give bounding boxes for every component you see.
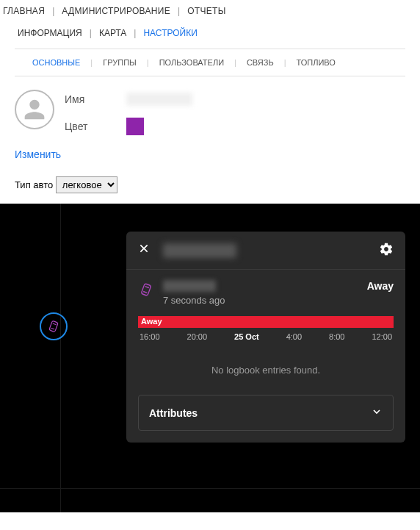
no-entries-message: No logbook entries found.: [138, 353, 394, 392]
tick: 8:00: [329, 332, 344, 341]
sub-nav-settings[interactable]: НАСТРОЙКИ: [140, 28, 200, 38]
tabs: ОСНОВНЫЕ | ГРУППЫ | ПОЛЬЗОВАТЕЛИ | СВЯЗЬ…: [15, 49, 405, 76]
vehicle-row: 7 seconds ago Away: [138, 280, 394, 306]
form-area: Имя Цвет: [0, 76, 420, 143]
separator: |: [277, 58, 294, 67]
color-label: Цвет: [65, 121, 116, 132]
separator: |: [140, 58, 156, 67]
tab-connection[interactable]: СВЯЗЬ: [244, 58, 277, 67]
tick-date: 25 Oct: [234, 332, 259, 341]
vehicle-time: 7 seconds ago: [163, 295, 358, 306]
map-vehicle-pin[interactable]: [40, 312, 68, 340]
tab-groups[interactable]: ГРУППЫ: [100, 58, 140, 67]
separator: |: [48, 6, 59, 16]
panel-header: [126, 232, 405, 270]
vehicle-name: [163, 280, 216, 292]
panel-title: [163, 243, 236, 258]
svg-line-2: [51, 328, 55, 329]
close-button[interactable]: [138, 243, 150, 258]
svg-rect-5: [141, 284, 151, 296]
top-nav-main[interactable]: ГЛАВНАЯ: [0, 6, 48, 16]
timeline-bar: Away: [138, 316, 394, 328]
car-type-row: Тип авто легковое: [0, 171, 420, 204]
svg-line-1: [53, 323, 57, 325]
gear-icon: [379, 242, 394, 257]
color-swatch[interactable]: [126, 118, 144, 135]
sub-nav: ИНФОРМАЦИЯ | КАРТА | НАСТРОЙКИ: [0, 22, 420, 44]
svg-line-6: [145, 287, 149, 288]
name-value: [126, 93, 192, 106]
name-row: Имя: [65, 93, 192, 106]
car-type-label: Тип авто: [15, 179, 53, 190]
separator: |: [173, 6, 184, 16]
car-icon: [136, 279, 156, 300]
separator: |: [227, 58, 244, 67]
top-nav-reports[interactable]: ОТЧЕТЫ: [184, 6, 228, 16]
timeline[interactable]: Away 16:00 20:00 25 Oct 4:00 8:00 12:00: [138, 316, 394, 348]
vehicle-status: Away: [367, 280, 394, 292]
sub-nav-info[interactable]: ИНФОРМАЦИЯ: [15, 28, 85, 38]
tab-main[interactable]: ОСНОВНЫЕ: [29, 58, 83, 67]
attributes-label: Attributes: [149, 407, 198, 419]
separator: |: [83, 58, 100, 67]
tick: 20:00: [187, 332, 208, 341]
tick: 4:00: [286, 332, 302, 341]
separator: |: [129, 28, 140, 38]
vehicle-icon: [138, 282, 154, 300]
car-type-select[interactable]: легковое: [56, 176, 117, 193]
chevron-down-icon: [371, 406, 383, 420]
map-area[interactable]: 7 seconds ago Away Away 16:00 20:00 25 O…: [0, 204, 420, 512]
tab-users[interactable]: ПОЛЬЗОВАТЕЛИ: [156, 58, 227, 67]
attributes-expander[interactable]: Attributes: [138, 395, 394, 431]
separator: |: [85, 28, 96, 38]
svg-rect-0: [49, 320, 58, 332]
tick: 12:00: [372, 332, 392, 341]
timeline-ticks: 16:00 20:00 25 Oct 4:00 8:00 12:00: [138, 328, 394, 348]
person-icon: [20, 95, 49, 124]
svg-line-7: [143, 292, 147, 293]
car-icon: [44, 317, 63, 336]
edit-link[interactable]: Изменить: [0, 143, 76, 171]
vehicle-panel: 7 seconds ago Away Away 16:00 20:00 25 O…: [126, 232, 405, 443]
close-icon: [138, 243, 150, 254]
tab-fuel[interactable]: ТОПЛИВО: [294, 58, 338, 67]
tick: 16:00: [140, 332, 160, 341]
settings-button[interactable]: [379, 242, 394, 259]
name-label: Имя: [65, 93, 116, 105]
color-row: Цвет: [65, 118, 192, 135]
avatar[interactable]: [15, 90, 54, 129]
top-nav: ГЛАВНАЯ | АДМИНИСТРИРОВАНИЕ | ОТЧЕТЫ: [0, 0, 420, 22]
sub-nav-map[interactable]: КАРТА: [96, 28, 129, 38]
top-nav-admin[interactable]: АДМИНИСТРИРОВАНИЕ: [59, 6, 173, 16]
